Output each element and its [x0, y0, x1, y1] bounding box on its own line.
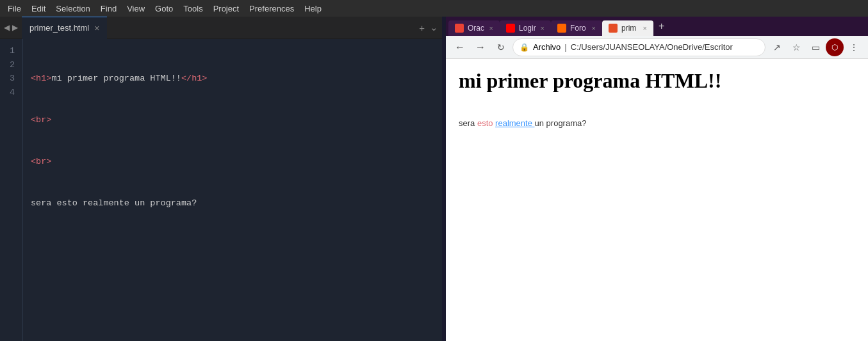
browser-tab-adobe[interactable]: Logir ×: [500, 20, 551, 36]
word-sera: sera: [459, 118, 477, 128]
lock-icon: 🔒: [520, 43, 529, 52]
browser-tab-forum-label: Foro: [570, 24, 586, 33]
tab-nav-left[interactable]: ◀: [3, 23, 11, 32]
address-protocol: Archivo: [533, 42, 561, 52]
line-numbers: 1 2 3 4: [0, 39, 23, 341]
browser-menu-button[interactable]: ⋮: [845, 38, 863, 56]
browser-tab-adobe-label: Logir: [519, 24, 536, 33]
word-un: un programa?: [535, 118, 587, 128]
menu-help[interactable]: Help: [299, 3, 327, 15]
menu-edit[interactable]: Edit: [26, 3, 51, 15]
code-h1-text: mi primer programa HTML!!: [51, 74, 181, 83]
page-content: mi primer programa HTML!! sera esto real…: [446, 59, 868, 341]
tab-bar-actions: + ⌄: [419, 22, 442, 33]
html-favicon: [609, 24, 618, 33]
code-line-2: <br>: [31, 113, 442, 127]
menu-bar: File Edit Selection Find View Goto Tools…: [0, 0, 868, 17]
menu-project[interactable]: Project: [208, 3, 244, 15]
address-url[interactable]: C:/Users/JUANSEOLAYA/OneDrive/Escritor: [571, 42, 758, 52]
word-esto: esto: [477, 118, 495, 128]
word-realmente: realmente: [495, 118, 534, 128]
tab-chevron-icon[interactable]: ⌄: [430, 22, 438, 33]
page-h1: mi primer programa HTML!!: [459, 69, 855, 93]
browser-tab-gmail[interactable]: Orac ×: [448, 20, 500, 36]
gmail-favicon: [455, 24, 464, 33]
browser-tabs: Orac × Logir × Foro × prim ×: [446, 17, 868, 36]
code-content[interactable]: <h1>mi primer programa HTML!!</h1> <br> …: [23, 39, 442, 341]
main-area: ◀ ▶ primer_test.html × + ⌄ 1 2 3 4 <h1>m…: [0, 17, 868, 341]
extension-button[interactable]: ⬡: [826, 38, 844, 56]
line-number-2: 2: [6, 58, 15, 72]
code-plain-text: sera esto realmente un programa?: [31, 198, 197, 208]
browser-tab-html-label: prim: [621, 24, 636, 33]
forum-favicon: [557, 24, 566, 33]
tab-add-icon[interactable]: +: [419, 22, 425, 33]
code-line-4: sera esto realmente un programa?: [31, 196, 442, 210]
address-bar[interactable]: 🔒 Archivo | C:/Users/JUANSEOLAYA/OneDriv…: [512, 38, 766, 56]
bookmark-button[interactable]: ☆: [787, 38, 805, 56]
tag-br-1: <br>: [31, 115, 51, 125]
page-paragraph: sera esto realmente un programa?: [459, 118, 855, 128]
editor-tab-label: primer_test.html: [29, 23, 89, 33]
sidebar-button[interactable]: ▭: [807, 38, 824, 56]
editor-tab-active[interactable]: primer_test.html ×: [22, 17, 107, 39]
menu-goto[interactable]: Goto: [150, 3, 178, 15]
tab-nav-right[interactable]: ▶: [11, 23, 19, 32]
browser-panel: Orac × Logir × Foro × prim ×: [446, 17, 868, 341]
line-number-4: 4: [6, 86, 15, 100]
browser-reload-button[interactable]: ↻: [492, 38, 510, 56]
menu-tools[interactable]: Tools: [178, 3, 208, 15]
tag-br-2: <br>: [31, 157, 51, 166]
editor-panel: ◀ ▶ primer_test.html × + ⌄ 1 2 3 4 <h1>m…: [0, 17, 442, 341]
browser-tab-gmail-label: Orac: [468, 24, 484, 33]
editor-tab-bar: ◀ ▶ primer_test.html × + ⌄: [0, 17, 442, 39]
editor-tab-close[interactable]: ×: [94, 24, 99, 33]
tag-h1-open: <h1>: [31, 74, 51, 83]
tab-nav-arrows: ◀ ▶: [3, 23, 19, 32]
browser-forward-button[interactable]: →: [471, 38, 489, 56]
browser-tab-forum-close[interactable]: ×: [592, 24, 596, 32]
browser-tab-html-close[interactable]: ×: [643, 24, 647, 32]
adobe-favicon: [506, 24, 515, 33]
line-number-1: 1: [6, 44, 15, 58]
browser-tab-gmail-close[interactable]: ×: [489, 24, 493, 32]
toolbar-actions: ↗ ☆ ▭ ⬡ ⋮: [768, 38, 863, 56]
tag-h1-close: </h1>: [181, 74, 208, 83]
menu-preferences[interactable]: Preferences: [244, 3, 299, 15]
menu-selection[interactable]: Selection: [51, 3, 95, 15]
line-number-3: 3: [6, 72, 15, 86]
browser-back-button[interactable]: ←: [451, 38, 469, 56]
browser-tab-adobe-close[interactable]: ×: [541, 24, 545, 32]
code-line-3: <br>: [31, 155, 442, 169]
browser-chrome: Orac × Logir × Foro × prim ×: [446, 17, 868, 59]
browser-tab-forum[interactable]: Foro ×: [551, 20, 602, 36]
new-tab-button[interactable]: +: [653, 20, 669, 32]
address-separator: |: [564, 42, 566, 52]
menu-file[interactable]: File: [3, 3, 26, 15]
menu-view[interactable]: View: [122, 3, 150, 15]
browser-tab-html[interactable]: prim ×: [602, 20, 653, 36]
code-area[interactable]: 1 2 3 4 <h1>mi primer programa HTML!!</h…: [0, 39, 442, 341]
browser-toolbar: ← → ↻ 🔒 Archivo | C:/Users/JUANSEOLAYA/O…: [446, 36, 868, 59]
menu-find[interactable]: Find: [95, 3, 122, 15]
code-line-1: <h1>mi primer programa HTML!!</h1>: [31, 72, 442, 86]
share-button[interactable]: ↗: [768, 38, 786, 56]
